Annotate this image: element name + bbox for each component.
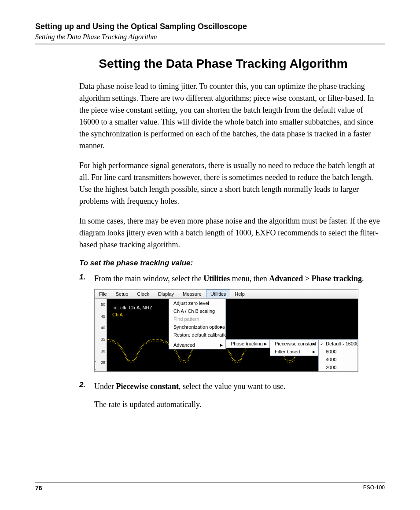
text: . xyxy=(362,274,364,283)
menu-item-label: Piecewise constant xyxy=(275,341,316,346)
menu-item-2000[interactable]: 2000 xyxy=(319,363,357,371)
step-text: From the main window, select the Utiliti… xyxy=(94,273,364,285)
text: , select the value you want to use. xyxy=(179,382,285,391)
menu-item-label: Default - 16000 xyxy=(326,341,358,346)
menu-measure[interactable]: Measure xyxy=(178,290,206,298)
text: From the main window, select the xyxy=(94,274,203,283)
running-header-title: Setting up and Using the Optical Samplin… xyxy=(35,22,385,31)
submenu-arrow-icon: ▶ xyxy=(220,325,223,329)
submenu-arrow-icon: ▶ xyxy=(313,342,315,346)
page-number: 76 xyxy=(35,484,42,492)
y-tick: 25 xyxy=(101,360,105,365)
section-title: Setting the Data Phase Tracking Algorith… xyxy=(62,57,385,71)
ui-ref: Advanced > Phase tracking xyxy=(269,274,362,283)
text: Under xyxy=(94,382,116,391)
menubar: File Setup Clock Display Measure Utiliti… xyxy=(95,290,358,299)
step-text: Under Piecewise constant, select the val… xyxy=(94,381,285,411)
ui-ref: Utilities xyxy=(203,274,230,283)
y-tick: 50 xyxy=(101,302,105,307)
menu-help[interactable]: Help xyxy=(230,290,249,298)
text: The rate is updated automatically. xyxy=(94,400,201,409)
menu-utilities[interactable]: Utilities xyxy=(206,290,230,298)
menu-item-filter-based[interactable]: Filter based▶ xyxy=(270,348,318,356)
menu-setup[interactable]: Setup xyxy=(111,290,133,298)
step-number: 2. xyxy=(79,381,94,411)
menu-item-8000[interactable]: 8000 xyxy=(319,348,357,356)
text: menu, then xyxy=(230,274,269,283)
document-id: PSO-100 xyxy=(363,484,385,492)
step-number: 1. xyxy=(79,273,94,285)
menu-item-label: Synchronization options xyxy=(173,324,225,330)
menu-item-find-pattern: Find pattern xyxy=(169,315,225,323)
menu-item-label: Filter based xyxy=(275,349,300,354)
trace-info-label: Int. clk, Ch.A, NRZ xyxy=(112,305,152,310)
application-screenshot: File Setup Clock Display Measure Utiliti… xyxy=(94,289,358,372)
menu-item-label: Phase tracking xyxy=(231,341,263,346)
piecewise-submenu: ✓Default - 16000 8000 4000 2000 1000 xyxy=(318,339,358,371)
step-item: 2. Under Piecewise constant, select the … xyxy=(79,381,380,411)
menu-display[interactable]: Display xyxy=(154,290,178,298)
menu-separator xyxy=(171,340,224,340)
procedure-heading: To set the phase tracking value: xyxy=(79,259,380,268)
running-header-subtitle: Setting the Data Phase Tracking Algorith… xyxy=(35,33,385,41)
oscilloscope-plot: 50 45 40 35 30 25 (mW) Int. clk, Ch.A, N… xyxy=(95,299,358,371)
menu-item-label: Advanced xyxy=(173,342,195,348)
ui-ref: Piecewise constant xyxy=(116,382,178,391)
header-rule xyxy=(35,44,385,44)
y-tick: 40 xyxy=(101,326,105,330)
submenu-arrow-icon: ▶ xyxy=(264,342,267,346)
procedure-steps: 1. From the main window, select the Util… xyxy=(79,273,380,411)
menu-item-adjust-zero[interactable]: Adjust zero level xyxy=(169,299,225,307)
y-axis-unit: (mW) xyxy=(95,361,96,371)
advanced-submenu: Phase tracking▶ xyxy=(226,339,270,348)
page-footer: 76 PSO-100 xyxy=(35,482,385,492)
submenu-arrow-icon: ▶ xyxy=(313,350,315,354)
menu-item-4000[interactable]: 4000 xyxy=(319,356,357,363)
phase-tracking-submenu: Piecewise constant▶ Filter based▶ xyxy=(270,339,318,356)
menu-clock[interactable]: Clock xyxy=(133,290,154,298)
body-column: Data phase noise lead to timing jitter. … xyxy=(79,81,380,411)
menu-item-sync-options[interactable]: Synchronization options▶ xyxy=(169,323,225,331)
footer-rule xyxy=(35,482,385,483)
channel-label: Ch A xyxy=(112,312,123,317)
utilities-dropdown: Adjust zero level Ch A / Ch B scaling Fi… xyxy=(169,299,226,349)
body-paragraph: In some cases, there may be even more ph… xyxy=(79,215,380,251)
menu-item-piecewise-constant[interactable]: Piecewise constant▶ xyxy=(270,340,318,348)
y-axis: 50 45 40 35 30 25 (mW) xyxy=(95,299,107,371)
step-item: 1. From the main window, select the Util… xyxy=(79,273,380,285)
menu-file[interactable]: File xyxy=(95,290,111,298)
submenu-arrow-icon: ▶ xyxy=(220,343,223,347)
check-icon: ✓ xyxy=(320,341,324,346)
menu-item-ch-scaling[interactable]: Ch A / Ch B scaling xyxy=(169,307,225,315)
menu-item-restore-cal[interactable]: Restore default calibration xyxy=(169,331,225,339)
y-tick: 45 xyxy=(101,314,105,319)
y-tick: 35 xyxy=(101,337,105,341)
y-tick: 30 xyxy=(101,349,105,353)
body-paragraph: Data phase noise lead to timing jitter. … xyxy=(79,81,380,152)
body-paragraph: For high performance signal generators, … xyxy=(79,160,380,207)
menu-item-default-16000[interactable]: ✓Default - 16000 xyxy=(319,340,357,348)
menu-item-advanced[interactable]: Advanced▶ xyxy=(169,341,225,349)
menu-item-phase-tracking[interactable]: Phase tracking▶ xyxy=(226,340,269,348)
